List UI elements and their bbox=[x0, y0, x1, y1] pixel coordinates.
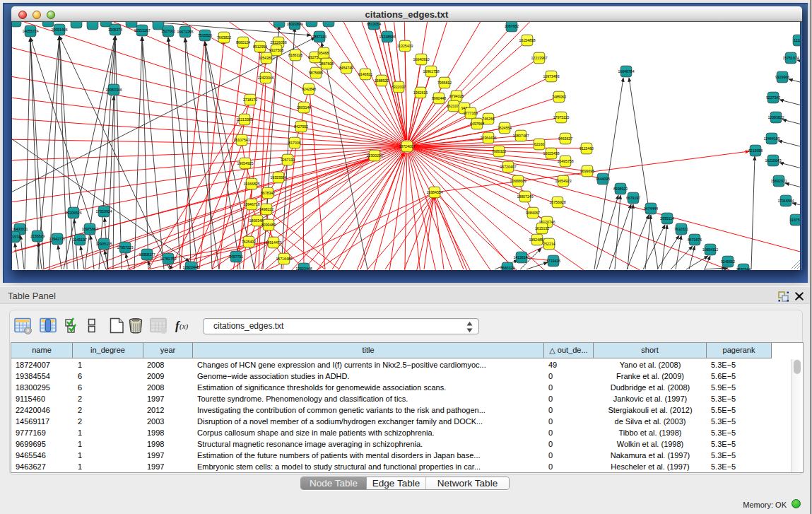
svg-text:8660124: 8660124 bbox=[500, 266, 514, 270]
svg-text:16648784: 16648784 bbox=[618, 69, 634, 74]
svg-text:15716485: 15716485 bbox=[276, 257, 292, 261]
svg-text:16756928: 16756928 bbox=[549, 200, 565, 204]
svg-text:2803144: 2803144 bbox=[297, 105, 311, 110]
svg-text:391574: 391574 bbox=[12, 235, 20, 239]
svg-text:8990448: 8990448 bbox=[432, 96, 446, 100]
svg-text:8322037: 8322037 bbox=[392, 85, 406, 89]
svg-text:1145197: 1145197 bbox=[73, 238, 87, 242]
svg-text:19166825: 19166825 bbox=[243, 182, 259, 186]
svg-text:1362615: 1362615 bbox=[413, 90, 428, 95]
svg-text:10807487: 10807487 bbox=[512, 134, 529, 138]
svg-text:7515526: 7515526 bbox=[198, 33, 212, 37]
svg-text:8471676: 8471676 bbox=[688, 238, 702, 242]
svg-text:10025438: 10025438 bbox=[543, 151, 559, 156]
svg-text:8813054: 8813054 bbox=[367, 22, 381, 26]
svg-text:1498222: 1498222 bbox=[259, 207, 273, 211]
svg-text:2087682: 2087682 bbox=[505, 24, 519, 28]
svg-text:1527602: 1527602 bbox=[161, 29, 175, 33]
svg-text:9463627: 9463627 bbox=[558, 136, 572, 141]
svg-text:20206526: 20206526 bbox=[65, 211, 81, 215]
svg-text:1588520: 1588520 bbox=[375, 78, 389, 83]
svg-text:20364436: 20364436 bbox=[480, 136, 496, 140]
svg-text:14914479: 14914479 bbox=[265, 240, 281, 245]
svg-text:11127: 11127 bbox=[794, 38, 801, 42]
svg-text:1615132: 1615132 bbox=[535, 226, 549, 230]
svg-text:6679197: 6679197 bbox=[626, 196, 640, 200]
svg-text:23226058: 23226058 bbox=[270, 40, 286, 45]
svg-text:10973493: 10973493 bbox=[543, 74, 559, 78]
svg-text:(x): (x) bbox=[180, 322, 189, 331]
svg-text:18724007: 18724007 bbox=[399, 144, 415, 148]
svg-text:12923448: 12923448 bbox=[182, 265, 199, 269]
svg-text:17359924: 17359924 bbox=[95, 209, 112, 214]
svg-text:5875685: 5875685 bbox=[309, 71, 323, 75]
svg-text:16640910: 16640910 bbox=[413, 57, 429, 62]
svg-text:22420046: 22420046 bbox=[257, 76, 273, 80]
svg-text:7632621: 7632621 bbox=[674, 227, 688, 231]
svg-text:25300203: 25300203 bbox=[366, 153, 382, 158]
svg-text:817006: 817006 bbox=[288, 141, 300, 145]
svg-text:8099489: 8099489 bbox=[261, 223, 276, 227]
svg-text:19353594: 19353594 bbox=[270, 175, 286, 180]
svg-text:6497568: 6497568 bbox=[470, 122, 484, 126]
svg-text:8912954: 8912954 bbox=[253, 45, 267, 49]
svg-text:9327508: 9327508 bbox=[269, 48, 283, 52]
svg-text:10543812: 10543812 bbox=[258, 56, 274, 60]
svg-text:18807249: 18807249 bbox=[517, 194, 533, 199]
svg-text:2718170: 2718170 bbox=[243, 98, 257, 102]
svg-text:7485063: 7485063 bbox=[552, 95, 566, 99]
svg-text:9115460: 9115460 bbox=[579, 146, 594, 151]
svg-text:19218506: 19218506 bbox=[379, 35, 395, 39]
svg-text:16033809: 16033809 bbox=[286, 22, 302, 26]
svg-text:12444195: 12444195 bbox=[763, 136, 779, 141]
svg-text:15692971: 15692971 bbox=[770, 179, 787, 183]
svg-text:8186328: 8186328 bbox=[288, 53, 302, 57]
svg-text:10688609: 10688609 bbox=[510, 179, 526, 183]
svg-text:252214: 252214 bbox=[543, 242, 555, 246]
svg-text:8454749: 8454749 bbox=[339, 66, 353, 70]
svg-text:12093822: 12093822 bbox=[767, 115, 784, 119]
svg-text:19654923: 19654923 bbox=[555, 179, 571, 183]
svg-text:17975115: 17975115 bbox=[553, 115, 570, 119]
svg-text:14136141: 14136141 bbox=[513, 255, 529, 259]
svg-text:3624554: 3624554 bbox=[498, 126, 512, 130]
svg-text:10946718: 10946718 bbox=[243, 202, 259, 206]
svg-text:10553267: 10553267 bbox=[134, 28, 150, 33]
svg-text:20091406: 20091406 bbox=[51, 28, 67, 32]
svg-text:16671355: 16671355 bbox=[177, 30, 193, 34]
svg-text:8660124: 8660124 bbox=[236, 40, 250, 45]
svg-text:9242848: 9242848 bbox=[302, 87, 316, 91]
svg-text:15720407: 15720407 bbox=[500, 165, 516, 169]
svg-text:9830544: 9830544 bbox=[736, 267, 751, 270]
svg-text:7955812: 7955812 bbox=[437, 81, 452, 85]
svg-text:7857224: 7857224 bbox=[312, 35, 326, 39]
svg-text:12923448: 12923448 bbox=[295, 267, 312, 270]
svg-text:746266: 746266 bbox=[482, 117, 494, 121]
svg-text:1644095: 1644095 bbox=[596, 177, 610, 181]
svg-text:9245652: 9245652 bbox=[721, 259, 735, 264]
svg-text:2867608: 2867608 bbox=[319, 62, 334, 66]
svg-text:12213967: 12213967 bbox=[531, 56, 547, 60]
svg-text:16210643: 16210643 bbox=[765, 158, 781, 163]
svg-text:116753: 116753 bbox=[790, 218, 801, 222]
svg-text:9699695: 9699695 bbox=[580, 169, 594, 173]
svg-text:9146821: 9146821 bbox=[358, 72, 372, 76]
svg-text:19384554: 19384554 bbox=[426, 190, 442, 194]
svg-text:12213363: 12213363 bbox=[236, 117, 252, 122]
svg-text:15751074: 15751074 bbox=[782, 56, 799, 60]
svg-text:20053346: 20053346 bbox=[105, 88, 122, 92]
svg-text:95468: 95468 bbox=[319, 51, 329, 55]
svg-text:2156829: 2156829 bbox=[30, 234, 45, 238]
svg-text:8215958: 8215958 bbox=[748, 148, 763, 153]
svg-text:17957223: 17957223 bbox=[117, 245, 133, 250]
svg-text:9474444: 9474444 bbox=[644, 206, 658, 211]
svg-text:1905374: 1905374 bbox=[108, 28, 122, 32]
svg-text:8427552: 8427552 bbox=[294, 124, 308, 129]
svg-text:10654112: 10654112 bbox=[702, 247, 719, 252]
svg-text:7986322: 7986322 bbox=[492, 149, 506, 153]
svg-text:1733426: 1733426 bbox=[546, 259, 560, 263]
svg-text:16430011: 16430011 bbox=[12, 227, 28, 231]
svg-text:6794028: 6794028 bbox=[449, 94, 464, 98]
svg-text:2935114: 2935114 bbox=[660, 216, 674, 221]
svg-text:11325419: 11325419 bbox=[397, 44, 413, 48]
